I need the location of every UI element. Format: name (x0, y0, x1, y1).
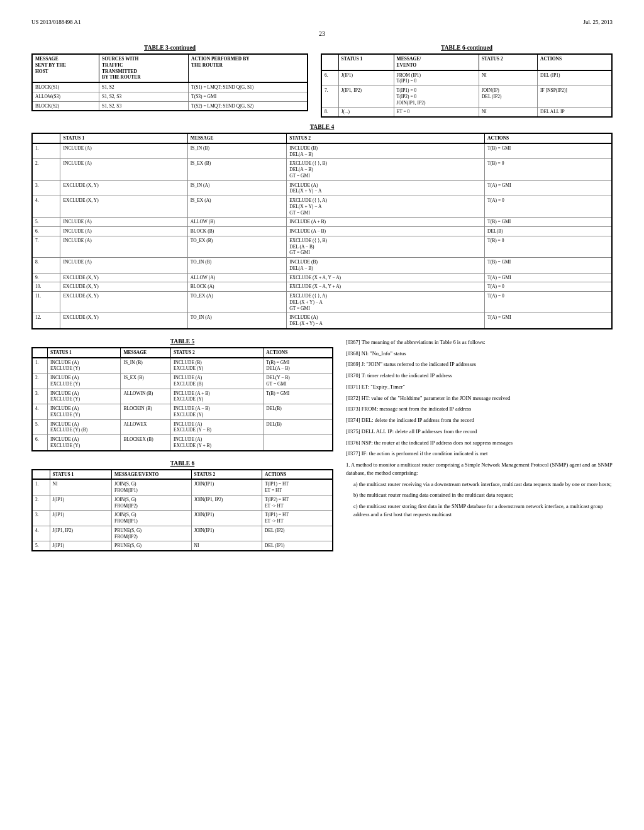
tbl6-cell: JOIN(S, G) FROM(IP1) (112, 479, 192, 495)
tbl5-col0 (32, 348, 48, 358)
tbl6-cell: 4. (32, 526, 50, 541)
claim1-c: c) the multicast router storing first da… (346, 502, 613, 519)
tbl4-cell: 3. (32, 180, 60, 196)
para-0374: [0374] DEL: delete the indicated IP addr… (346, 416, 613, 424)
tbl4-cell: IS_IN (B) (187, 143, 286, 159)
tbl6cont-cell: NI (479, 108, 537, 117)
tbl4-cell: 11. (32, 292, 60, 313)
tbl6-cell: 3. (32, 511, 50, 526)
tbl4-cell: DEL(B) (485, 227, 612, 236)
tbl4-cell: INCLUDE (A) (60, 143, 187, 159)
tbl4-cell: 1. (32, 143, 60, 159)
tbl6-cell: J(IP1) (50, 495, 111, 511)
tbl3-cell: S1, S2 (99, 82, 189, 92)
tbl6-col3: STATUS 2 (191, 470, 262, 480)
tbl5-cell: BLOCKIN (B) (121, 404, 171, 420)
tbl5-cell: 5. (32, 419, 48, 435)
tbl6cont-cell: T(IP1) = 0 T(IP2) = 0 JOIN(IP1, IP2) (394, 86, 479, 108)
tbl3-cell: T(S3) = GMI (189, 92, 308, 101)
tbl4-cell: INCLUDE (A) DEL(X + Y) − A (287, 180, 485, 196)
table4-section: TABLE 4 STATUS 1 MESSAGE STATUS 2 ACTION… (31, 124, 613, 329)
table4-title: TABLE 4 (31, 124, 613, 130)
tbl6-cell: T(IP2) = HT ET -> HT (262, 495, 333, 511)
tbl4-cell: EXCLUDE ({ }, B) DEL (A − B) GT = GMI (287, 236, 485, 257)
tbl4-cell: T(A) = 0 (485, 292, 612, 313)
tbl5-cell: 4. (32, 404, 48, 420)
tbl5-col1: STATUS 1 (48, 348, 121, 358)
tbl6-cell: PRUNE(S, G) FROM(IP2) (112, 526, 192, 541)
tbl4-cell: INCLUDE (B) DEL(A − B) (287, 143, 485, 159)
tbl6cont-cell: J(IP1, IP2) (338, 86, 394, 108)
tbl5-cell: INCLUDE (A) EXCLUDE (Y) (B) (48, 419, 121, 435)
tbl4-cell: TO_IN (A) (187, 313, 286, 329)
table5: STATUS 1 MESSAGE STATUS 2 ACTIONS 1.INCL… (31, 347, 333, 451)
tbl4-cell: INCLUDE (A) (60, 236, 187, 257)
table6-section: TABLE 6 STATUS 1 MESSAGE/EVENTO STATUS 2… (31, 460, 333, 552)
tbl5-cell: IS_IN (B) (121, 358, 171, 374)
tbl4-cell: EXCLUDE (X, Y) (60, 282, 187, 292)
tbl5-cell: DEL(B) (264, 404, 333, 420)
tbl6c-col1: STATUS 1 (338, 54, 394, 70)
tbl6cont-cell: 6. (321, 70, 338, 86)
tbl5-cell: T(B) = GMI DEL(A − B) (264, 358, 333, 374)
tbl5-cell: INCLUDE (A) EXCLUDE (Y) (48, 389, 121, 404)
tbl3-col3: ACTION PERFORMED BYTHE ROUTER (189, 54, 308, 82)
tbl4-cell: INCLUDE (A) DEL (X + Y) − A (287, 313, 485, 329)
tbl6-cell: J(IP1) (50, 511, 111, 526)
tbl6-col0 (32, 470, 50, 480)
tbl6cont-cell: DEL (IP1) (538, 70, 613, 86)
tbl4-cell: EXCLUDE (X, Y) (60, 273, 187, 282)
tbl5-cell (264, 435, 333, 451)
tbl4-cell: T(B) = GMI (485, 218, 612, 227)
para-0367: [0367] The meaning of the abbreviations … (346, 338, 613, 346)
tbl6-cell: JOIN(IP1) (191, 479, 262, 495)
para-0369: [0369] J: "JOIN" status referred to the … (346, 360, 613, 368)
tbl6-cell: PRUNE(S, G) (112, 541, 192, 551)
tbl6-cell: DEL (IP1) (262, 541, 333, 551)
table6cont-title: TABLE 6-continued (321, 45, 613, 51)
tbl4-cell: BLOCK (B) (187, 227, 286, 236)
tbl6cont-cell: IF [NSP(IP2)] (538, 86, 613, 108)
tbl5-cell: INCLUDE (A) EXCLUDE (B) (171, 374, 264, 389)
para-0377: [0377] IF: the action is performed if th… (346, 450, 613, 458)
tbl6cont-cell: 8. (321, 108, 338, 117)
tbl6-cell: JOIN(IP1) (191, 511, 262, 526)
tbl5-cell: 1. (32, 358, 48, 374)
tbl4-cell: 8. (32, 258, 60, 274)
tbl4-cell: 9. (32, 273, 60, 282)
tbl5-cell: ALLOWIN (B) (121, 389, 171, 404)
para-0373: [0373] FROM: message sent from the indic… (346, 405, 613, 413)
table6: STATUS 1 MESSAGE/EVENTO STATUS 2 ACTIONS… (31, 469, 333, 552)
tbl6cont-cell: J(IP1) (338, 70, 394, 86)
tbl6-cell: JOIN(S, G) FROM(IP1) (112, 511, 192, 526)
tbl3-col2: SOURCES WITHTRAFFICTRANSMITTEDBY THE ROU… (99, 54, 189, 82)
tbl4-cell: T(B) = GMI (485, 258, 612, 274)
tbl5-cell: INCLUDE (B) EXCLUDE (Y) (171, 358, 264, 374)
tbl3-col1: MESSAGESENT BY THEHOST (32, 54, 99, 82)
tbl4-cell: T(A) = GMI (485, 313, 612, 329)
tbl4-cell: 12. (32, 313, 60, 329)
tbl4-cell: T(A) = GMI (485, 273, 612, 282)
tbl4-col2: MESSAGE (187, 133, 286, 143)
tbl6cont-cell: JOIN(IP) DEL (IP2) (479, 86, 537, 108)
tbl6-cell: DEL (IP2) (262, 526, 333, 541)
tbl6-cell: 2. (32, 495, 50, 511)
tbl4-cell: T(B) = 0 (485, 236, 612, 257)
tbl5-cell: T(B) = GMI (264, 389, 333, 404)
tbl4-cell: IS_IN (A) (187, 180, 286, 196)
tbl5-cell: BLOCKEX (B) (121, 435, 171, 451)
tbl4-cell: ALLOW (B) (187, 218, 286, 227)
tbl3-cell: T(S2) = LMQT; SEND Q(G, S2) (189, 101, 308, 111)
tbl6cont-cell: 7. (321, 86, 338, 108)
tbl5-cell: INCLUDE (A) EXCLUDE (Y) (48, 404, 121, 420)
tbl4-col0 (32, 133, 60, 143)
header-right: Jul. 25, 2013 (583, 19, 613, 25)
table6-continued: STATUS 1 MESSAGE/EVENTO STATUS 2 ACTIONS… (321, 53, 613, 118)
para-0375: [0375] DELL ALL IP: delete all IP addres… (346, 428, 613, 436)
tbl4-cell: 5. (32, 218, 60, 227)
tbl4-cell: TO_IN (B) (187, 258, 286, 274)
tbl4-cell: INCLUDE (B) DEL(A − B) (287, 258, 485, 274)
para-0371: [0371] ET: "Expiry_Timer" (346, 383, 613, 391)
tbl4-col1: STATUS 1 (60, 133, 187, 143)
claim1-intro: 1. A method to monitor a multicast route… (346, 461, 613, 477)
